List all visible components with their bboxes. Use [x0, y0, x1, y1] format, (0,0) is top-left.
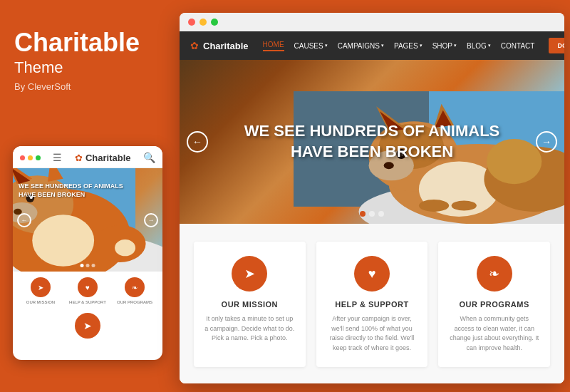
mobile-top-bar: ☰ ✿ Charitable 🔍: [13, 146, 162, 168]
support-icon: ♥: [354, 256, 390, 292]
support-desc: After your campaign is over, we'll send …: [327, 314, 418, 353]
mobile-logo-text: Charitable: [86, 153, 131, 163]
mobile-feature-2: ♥ HELP & SUPPORT: [66, 277, 110, 304]
mobile-feature-3: ❧ OUR PROGRAMS: [113, 277, 157, 304]
mobile-hero-text: WE SEE HUNDREDS OF ANIMALS HAVE BEEN BRO…: [19, 182, 123, 199]
left-panel: Charitable Theme By CleverSoft ☰ ✿ Chari…: [0, 0, 177, 392]
mission-icon: ➤: [232, 256, 267, 292]
mobile-bottom-cta[interactable]: ➤: [75, 313, 100, 339]
browser-hero-arrows: ← →: [180, 131, 564, 153]
mobile-next-arrow[interactable]: →: [144, 213, 158, 227]
feature-card-mission: ➤ OUR MISSION It only takes a minute to …: [194, 242, 306, 367]
nav-link-blog[interactable]: BLOG ▾: [467, 42, 491, 50]
mobile-dot-green: [36, 155, 41, 160]
mobile-search-icon[interactable]: 🔍: [143, 152, 155, 163]
theme-subtitle: Theme: [14, 58, 162, 77]
svg-point-32: [419, 200, 449, 212]
nav-link-causes[interactable]: CAUSES ▾: [294, 42, 328, 50]
mobile-slide-indicators: [81, 264, 95, 267]
browser-top-bar: [180, 13, 564, 31]
mobile-features: ➤ OUR MISSION ♥ HELP & SUPPORT ❧ OUR PRO…: [13, 272, 162, 310]
donate-button[interactable]: DONATE NOW: [549, 38, 564, 53]
mobile-support-label: HELP & SUPPORT: [66, 300, 110, 304]
browser-mockup: ✿ Charitable HOME CAUSES ▾ CAMPAIGNS ▾ P…: [180, 13, 564, 383]
mobile-hero-arrows: ← →: [13, 213, 162, 227]
programs-title: OUR PROGRAMS: [449, 300, 539, 309]
mobile-mission-label: OUR MISSION: [19, 300, 63, 304]
mobile-logo: ✿ Charitable: [75, 153, 131, 163]
browser-navbar: ✿ Charitable HOME CAUSES ▾ CAMPAIGNS ▾ P…: [180, 31, 564, 60]
features-section: ➤ OUR MISSION It only takes a minute to …: [180, 224, 564, 383]
browser-logo: ✿ Charitable: [190, 40, 249, 51]
programs-desc: When a community gets access to clean wa…: [449, 314, 539, 353]
slide-indicator-1: [81, 264, 84, 267]
svg-point-13: [115, 239, 135, 256]
mobile-programs-label: OUR PROGRAMS: [113, 300, 157, 304]
mission-desc: It only takes a minute to set up a campa…: [204, 314, 295, 344]
theme-author: By CleverSoft: [14, 81, 162, 92]
browser-slide-indicators: [360, 211, 384, 217]
browser-prev-arrow[interactable]: ←: [187, 131, 208, 153]
mobile-mockup: ☰ ✿ Charitable 🔍: [13, 146, 162, 360]
mobile-support-icon: ♥: [78, 277, 98, 297]
browser-nav-links: HOME CAUSES ▾ CAMPAIGNS ▾ PAGES ▾ SHOP ▾…: [263, 41, 535, 51]
mobile-programs-icon: ❧: [125, 277, 145, 297]
browser-logo-text: Charitable: [203, 41, 249, 51]
nav-link-home[interactable]: HOME: [263, 41, 284, 51]
programs-icon: ❧: [477, 256, 512, 292]
browser-next-arrow[interactable]: →: [536, 131, 557, 153]
mission-title: OUR MISSION: [204, 300, 295, 309]
slide-indicator-2: [86, 264, 90, 267]
browser-slide-dot-3: [378, 211, 384, 217]
mobile-feature-1: ➤ OUR MISSION: [19, 277, 63, 304]
feature-card-programs: ❧ OUR PROGRAMS When a community gets acc…: [438, 242, 550, 367]
mobile-dot-yellow: [28, 155, 33, 160]
browser-logo-icon: ✿: [190, 40, 199, 51]
nav-link-shop[interactable]: SHOP ▾: [432, 42, 457, 50]
svg-point-33: [452, 200, 477, 210]
browser-dot-green: [211, 19, 218, 26]
mobile-prev-arrow[interactable]: ←: [17, 213, 31, 227]
slide-indicator-3: [92, 264, 95, 267]
mobile-hero: WE SEE HUNDREDS OF ANIMALS HAVE BEEN BRO…: [13, 168, 162, 272]
feature-card-support: ♥ HELP & SUPPORT After your campaign is …: [316, 242, 428, 367]
mobile-hamburger-icon[interactable]: ☰: [53, 152, 62, 163]
nav-link-pages[interactable]: PAGES ▾: [394, 42, 423, 50]
mobile-dot-red: [20, 155, 25, 160]
nav-link-campaigns[interactable]: CAMPAIGNS ▾: [338, 42, 384, 50]
mobile-logo-icon: ✿: [75, 153, 83, 163]
mobile-mission-icon: ➤: [31, 277, 51, 297]
browser-slide-dot-2: [369, 211, 375, 217]
browser-dot-red: [188, 19, 195, 26]
mobile-window-dots: [20, 155, 41, 160]
browser-dot-yellow: [200, 19, 207, 26]
theme-title: Charitable: [14, 29, 162, 57]
nav-link-contact[interactable]: CONTACT: [501, 42, 535, 50]
support-title: HELP & SUPPORT: [327, 300, 418, 309]
browser-hero: WE SEE HUNDREDS OF ANIMALS HAVE BEEN BRO…: [180, 60, 564, 224]
svg-point-28: [384, 162, 394, 169]
browser-slide-dot-1: [360, 211, 366, 217]
